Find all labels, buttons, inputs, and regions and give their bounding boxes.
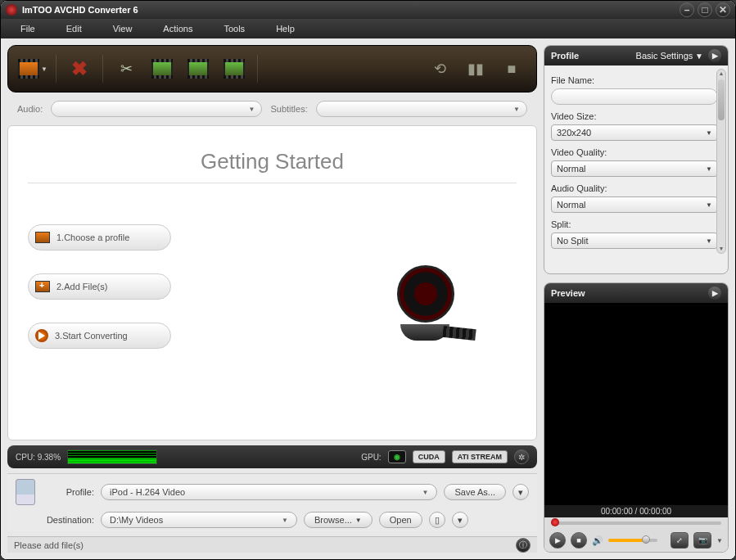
getting-started-heading: Getting Started	[28, 149, 517, 174]
film-reel-illustration	[389, 265, 471, 347]
save-as-menu-button[interactable]: ▾	[512, 484, 529, 500]
statusbar: Please add file(s) ⓘ	[7, 536, 537, 553]
device-transfer-button[interactable]: ▯	[429, 512, 445, 528]
audio-quality-select[interactable]: Normal▼	[551, 196, 718, 213]
ati-stream-badge: ATI STREAM	[452, 450, 508, 463]
video-quality-select[interactable]: Normal▼	[551, 160, 718, 177]
fullscreen-button[interactable]: ⤢	[671, 532, 689, 549]
snapshot-menu-button[interactable]: ▼	[716, 537, 723, 544]
cuda-badge: CUDA	[413, 450, 445, 463]
cpu-label: CPU: 9.38%	[16, 453, 61, 462]
cpu-meter	[67, 449, 157, 464]
split-select[interactable]: No Split▼	[551, 233, 718, 249]
split-label: Split:	[551, 219, 718, 229]
step-start-converting[interactable]: 3.Start Converting	[28, 323, 171, 349]
browse-button[interactable]: Browse...▼	[304, 512, 373, 528]
file-name-input[interactable]	[551, 88, 718, 105]
gpu-label: GPU:	[361, 453, 381, 462]
device-transfer-menu-button[interactable]: ▾	[452, 512, 468, 528]
stop-preview-button[interactable]: ■	[571, 532, 587, 549]
device-icon	[16, 479, 35, 505]
convert-icon	[35, 329, 48, 342]
play-button[interactable]: ▶	[549, 532, 566, 549]
edit-button[interactable]	[147, 54, 177, 84]
preview-viewport	[544, 303, 728, 505]
status-info-button[interactable]: ⓘ	[516, 538, 531, 553]
profile-icon	[35, 232, 50, 243]
profile-scrollbar[interactable]: ▴▾	[716, 69, 726, 254]
maximize-button[interactable]: □	[698, 2, 712, 17]
step-label: 3.Start Converting	[55, 331, 128, 341]
status-text: Please add file(s)	[14, 540, 84, 550]
destination-value: D:\My Videos	[110, 515, 163, 525]
preview-panel-collapse-button[interactable]: ▶	[708, 287, 721, 300]
profile-panel-collapse-button[interactable]: ▶	[708, 49, 721, 62]
subtitles-label: Subtitles:	[270, 104, 307, 114]
basic-settings-toggle[interactable]: Basic Settings ▼	[636, 51, 703, 61]
audio-subtitle-row: Audio: ▼ Subtitles: ▼	[7, 97, 537, 120]
video-size-select[interactable]: 320x240▼	[551, 124, 718, 141]
video-size-label: Video Size:	[551, 111, 718, 121]
preview-panel: Preview ▶ 00:00:00 / 00:00:00 ▶ ■ 🔊 ⤢ 📷	[544, 282, 729, 553]
menu-help[interactable]: Help	[276, 24, 295, 34]
app-window: ImTOO AVCHD Converter 6 – □ ✕ File Edit …	[0, 0, 736, 560]
seek-knob[interactable]	[551, 518, 559, 526]
nvidia-badge: ◉	[388, 450, 406, 463]
system-bar: CPU: 9.38% GPU: ◉ CUDA ATI STREAM ✲	[7, 445, 537, 468]
titlebar: ImTOO AVCHD Converter 6 – □ ✕	[1, 1, 735, 19]
profile-select[interactable]: iPod - H.264 Video ▼	[101, 484, 437, 500]
menu-view[interactable]: View	[113, 24, 133, 34]
app-title: ImTOO AVCHD Converter 6	[22, 5, 676, 15]
clip-button[interactable]: ✂	[111, 54, 141, 84]
preview-time: 00:00:00 / 00:00:00	[544, 505, 728, 517]
minimize-button[interactable]: –	[680, 2, 694, 17]
audio-select[interactable]: ▼	[51, 101, 262, 117]
volume-icon[interactable]: 🔊	[592, 535, 603, 546]
menu-tools[interactable]: Tools	[224, 24, 245, 34]
add-file-button[interactable]: ▼	[18, 54, 47, 84]
menu-actions[interactable]: Actions	[163, 24, 192, 34]
volume-slider[interactable]	[608, 539, 657, 542]
preview-controls: ▶ ■ 🔊 ⤢ 📷 ▼	[544, 529, 728, 552]
menu-edit[interactable]: Edit	[66, 24, 82, 34]
step-label: 2.Add File(s)	[56, 282, 107, 291]
audio-quality-label: Audio Quality:	[551, 183, 718, 193]
toolbar: ▼ ✖ ✂ ⟲ ▮▮ ■	[7, 45, 537, 93]
step-add-files[interactable]: 2.Add File(s)	[28, 273, 171, 300]
convert-button[interactable]: ⟲	[425, 54, 454, 84]
close-button[interactable]: ✕	[716, 2, 730, 17]
gpu-settings-button[interactable]: ✲	[514, 449, 529, 464]
add-icon	[35, 281, 50, 292]
step-choose-profile[interactable]: 1.Choose a profile	[28, 224, 171, 251]
subtitles-select[interactable]: ▼	[316, 101, 527, 117]
pause-button[interactable]: ▮▮	[461, 54, 490, 84]
effects-button[interactable]	[183, 54, 213, 84]
menu-file[interactable]: File	[20, 24, 35, 34]
video-quality-label: Video Quality:	[551, 147, 718, 157]
step-label: 1.Choose a profile	[56, 233, 129, 242]
audio-label: Audio:	[17, 104, 43, 114]
seek-bar[interactable]	[544, 517, 728, 529]
profile-panel: Profile Basic Settings ▼ ▶ ▴▾ File Name:…	[544, 45, 729, 274]
menubar: File Edit View Actions Tools Help	[1, 19, 735, 38]
destination-label: Destination:	[42, 515, 94, 525]
save-as-button[interactable]: Save As...	[444, 484, 506, 500]
stop-button[interactable]: ■	[497, 54, 526, 84]
snapshot-button[interactable]: 📷	[693, 532, 711, 549]
merge-button[interactable]	[219, 54, 249, 84]
bottom-panel: Profile: iPod - H.264 Video ▼ Save As...…	[7, 473, 537, 531]
destination-select[interactable]: D:\My Videos ▼	[101, 512, 297, 528]
file-name-label: File Name:	[551, 75, 718, 85]
profile-value: iPod - H.264 Video	[110, 487, 185, 497]
profile-label: Profile:	[42, 487, 94, 497]
remove-button[interactable]: ✖	[65, 54, 94, 84]
getting-started-panel: Getting Started 1.Choose a profile 2.Add…	[7, 125, 537, 440]
app-icon	[6, 4, 17, 16]
profile-panel-title: Profile	[551, 51, 579, 61]
open-button[interactable]: Open	[379, 512, 422, 528]
preview-panel-title: Preview	[551, 288, 585, 298]
